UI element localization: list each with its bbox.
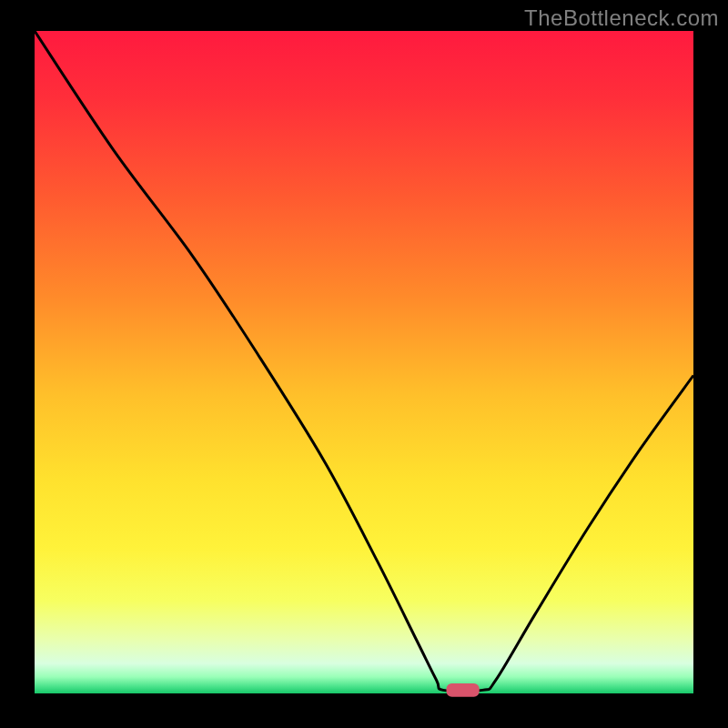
chart-container: TheBottleneck.com bbox=[0, 0, 728, 728]
optimal-marker bbox=[447, 683, 480, 697]
bottleneck-chart bbox=[0, 0, 728, 728]
plot-background bbox=[35, 31, 693, 693]
watermark-text: TheBottleneck.com bbox=[524, 5, 719, 31]
